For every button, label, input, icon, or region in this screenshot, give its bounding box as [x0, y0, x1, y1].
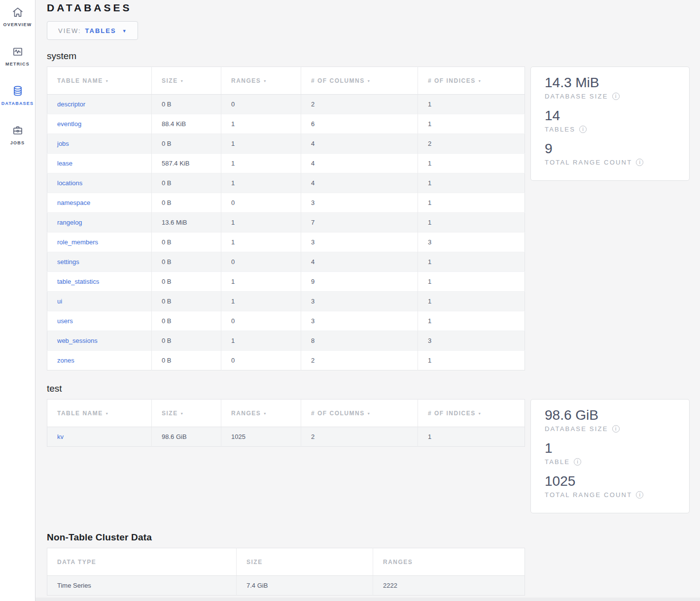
cell: 1: [418, 213, 525, 233]
page-title: DATABASES: [47, 1, 700, 15]
cell: 2: [301, 427, 418, 447]
cell: 2: [301, 95, 418, 114]
stat-value: 9: [545, 140, 675, 157]
table-header-row: TABLE NAME▾SIZE▾RANGES▾# OF COLUMNS▾# OF…: [47, 67, 525, 95]
column-header-table-name[interactable]: TABLE NAME▾: [47, 400, 152, 427]
column-header-of-columns[interactable]: # OF COLUMNS▾: [301, 67, 418, 95]
table-link[interactable]: descriptor: [57, 100, 85, 108]
column-header-table-name[interactable]: TABLE NAME▾: [47, 67, 152, 95]
non-table-cluster-data-table: DATA TYPESIZERANGESTime Series7.4 GiB222…: [47, 548, 525, 596]
cell: 4: [301, 154, 418, 173]
info-icon[interactable]: i: [612, 425, 620, 433]
column-header-ranges[interactable]: RANGES▾: [221, 67, 301, 95]
sidebar-item-overview[interactable]: OVERVIEW: [0, 3, 35, 42]
cell: 0: [221, 351, 301, 370]
table-link[interactable]: users: [57, 317, 73, 325]
cell: web_sessions: [47, 331, 152, 351]
database-heading-system: system: [47, 51, 700, 62]
view-selector-prefix: VIEW:: [58, 27, 81, 34]
table-link[interactable]: role_members: [57, 238, 98, 246]
table-link[interactable]: web_sessions: [57, 337, 98, 344]
table-link[interactable]: kv: [57, 433, 64, 440]
sidebar: OVERVIEW METRICS DATABASES JOBS: [0, 0, 35, 601]
cell: 1: [418, 252, 525, 272]
table-link[interactable]: ui: [57, 298, 62, 305]
column-header-ranges[interactable]: RANGES▾: [221, 400, 301, 427]
table-link[interactable]: table_statistics: [57, 278, 99, 285]
cell: 1: [221, 331, 301, 351]
sort-arrow-icon: ▾: [181, 411, 184, 416]
sort-arrow-icon: ▾: [479, 411, 482, 416]
cell: 0: [221, 193, 301, 213]
table-header-row: DATA TYPESIZERANGES: [47, 548, 525, 576]
table-link[interactable]: eventlog: [57, 120, 81, 128]
sort-arrow-icon: ▾: [264, 79, 267, 83]
sidebar-item-jobs[interactable]: JOBS: [0, 121, 35, 161]
range-count-stat: 9 TOTAL RANGE COUNT i: [545, 140, 675, 166]
cell: 9: [301, 272, 418, 292]
cell: 3: [301, 311, 418, 331]
cell: 0: [221, 252, 301, 272]
cell: namespace: [47, 193, 152, 213]
stat-label: DATABASE SIZE: [545, 425, 608, 433]
sidebar-item-metrics[interactable]: METRICS: [0, 42, 35, 82]
sort-arrow-icon: ▾: [106, 411, 109, 416]
cell: 1: [221, 114, 301, 134]
table-link[interactable]: rangelog: [57, 219, 82, 226]
tables-list-system: TABLE NAME▾SIZE▾RANGES▾# OF COLUMNS▾# OF…: [47, 67, 525, 370]
table-row: locations0 B141: [47, 173, 525, 193]
cell: 0 B: [152, 311, 221, 331]
cell: 0 B: [152, 193, 221, 213]
table-link[interactable]: lease: [57, 160, 72, 167]
info-icon[interactable]: i: [636, 491, 643, 499]
bottom-divider: [35, 598, 700, 601]
cell: 0: [221, 95, 301, 114]
stat-value: 14: [545, 107, 675, 124]
cell: 3: [301, 233, 418, 252]
cell: zones: [47, 351, 152, 370]
table-link[interactable]: jobs: [57, 140, 69, 147]
column-header-size: SIZE: [237, 548, 373, 576]
table-link[interactable]: namespace: [57, 199, 90, 206]
column-header-size[interactable]: SIZE▾: [152, 67, 221, 95]
cell: users: [47, 311, 152, 331]
info-icon[interactable]: i: [612, 93, 620, 100]
table-link[interactable]: locations: [57, 179, 82, 187]
cell: Time Series: [47, 576, 237, 596]
cell: 1: [418, 114, 525, 134]
table-row: users0 B031: [47, 311, 525, 331]
database-size-stat: 98.6 GiB DATABASE SIZE i: [545, 407, 675, 433]
info-icon[interactable]: i: [579, 126, 587, 133]
sidebar-item-databases[interactable]: DATABASES: [0, 82, 35, 121]
cell: 1: [221, 213, 301, 233]
home-icon: [11, 6, 24, 19]
section-non-table: DATA TYPESIZERANGESTime Series7.4 GiB222…: [47, 548, 700, 596]
cell: 1: [221, 272, 301, 292]
cell: 8: [301, 331, 418, 351]
column-header-of-indices[interactable]: # OF INDICES▾: [418, 400, 525, 427]
cell: table_statistics: [47, 272, 152, 292]
cell: 1: [418, 272, 525, 292]
cell: 88.4 KiB: [152, 114, 221, 134]
cell: descriptor: [47, 95, 152, 114]
cell: 1: [418, 292, 525, 311]
column-header-of-indices[interactable]: # OF INDICES▾: [418, 67, 525, 95]
table-link[interactable]: zones: [57, 357, 74, 364]
column-header-of-columns[interactable]: # OF COLUMNS▾: [301, 400, 418, 427]
chevron-down-icon: ▼: [122, 29, 127, 33]
table-link[interactable]: settings: [57, 258, 79, 266]
table-row: ui0 B131: [47, 292, 525, 311]
cell: 1025: [221, 427, 301, 447]
stat-label: TABLE: [545, 458, 570, 466]
cell: 1: [221, 154, 301, 173]
info-icon[interactable]: i: [636, 159, 643, 166]
sidebar-item-label: DATABASES: [1, 101, 34, 106]
cell: rangelog: [47, 213, 152, 233]
column-header-size[interactable]: SIZE▾: [152, 400, 221, 427]
cell: lease: [47, 154, 152, 173]
info-icon[interactable]: i: [574, 458, 581, 466]
view-selector-dropdown[interactable]: VIEW: TABLES ▼: [47, 21, 138, 40]
sort-arrow-icon: ▾: [264, 411, 267, 416]
column-header-data-type: DATA TYPE: [47, 548, 237, 576]
table-row: role_members0 B133: [47, 233, 525, 252]
